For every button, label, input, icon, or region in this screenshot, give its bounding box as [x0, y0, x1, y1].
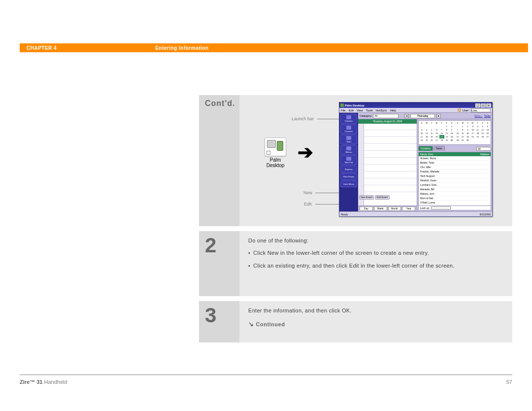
step-3-content: Enter the information, and then click OK…: [239, 301, 512, 342]
list-item[interactable]: Matney, Jorn: [419, 192, 491, 196]
view-day[interactable]: Day: [360, 206, 373, 211]
header-bar: CHAPTER 4 Entering Information: [20, 43, 528, 52]
shortcut-label: Palm Desktop: [260, 157, 291, 168]
contact-list[interactable]: Alvarez, Mona Barker, Todd Chu, Alfie Fr…: [419, 156, 491, 206]
menu-help[interactable]: Help: [390, 109, 396, 112]
minimize-button[interactable]: _: [475, 103, 480, 107]
status-bar: Ready 8/21/2003: [339, 211, 492, 216]
view-week[interactable]: Week: [374, 206, 387, 211]
desktop-shortcut-icon: [265, 137, 286, 156]
contact-header-addr: Address: [480, 153, 489, 156]
menu-view[interactable]: View: [357, 109, 363, 112]
status-date: 8/21/2003: [480, 213, 491, 216]
launch-calendar[interactable]: Calendar: [340, 114, 357, 124]
launch-contacts[interactable]: Contacts: [340, 124, 357, 134]
list-item[interactable]: O'Neill, Lorna: [419, 201, 491, 205]
page-number: 57: [506, 379, 512, 385]
titlebar: Palm Desktop _ □ ×: [339, 103, 492, 108]
step-3-lead: Enter the information, and then click OK…: [248, 307, 503, 314]
user-label: User:: [463, 109, 469, 112]
list-item[interactable]: Tech Support: [419, 174, 491, 178]
list-item[interactable]: Barker, Todd: [419, 161, 491, 165]
view-year[interactable]: Year: [402, 206, 415, 211]
menu-tools[interactable]: Tools: [366, 109, 373, 112]
menubar: File Edit View Tools HotSync Help User: …: [339, 108, 492, 113]
mini-calendar[interactable]: SMTWTFS 12 3456789 10111213141516 171819…: [418, 120, 491, 145]
callout-launch-bar: Launch bar: [292, 116, 314, 121]
view-tabs-bar: Day Week Month Year: [358, 206, 417, 211]
launch-notepad[interactable]: Note Pad: [340, 155, 357, 165]
list-item[interactable]: Mom & Dad: [419, 196, 491, 201]
step-number-2: 2: [205, 235, 216, 256]
contact-panel: Name, First Address Alvarez, Mona Barker…: [418, 152, 491, 210]
step-2-bullet-2: Click an existing entry, and then click …: [253, 262, 454, 270]
continued-arrow-icon: ↘: [248, 320, 254, 328]
view-month[interactable]: Month: [388, 206, 401, 211]
menu-file[interactable]: File: [341, 109, 346, 112]
next-day-button[interactable]: ▸: [436, 114, 441, 118]
list-item[interactable]: Manaole, Bill: [419, 187, 491, 192]
contact-filter-dropdown[interactable]: All: [476, 147, 491, 151]
edit-event-button[interactable]: Edit Event: [375, 195, 390, 200]
launch-bar: Calendar Contacts Tasks Memos Note Pad E…: [339, 113, 358, 211]
callout-new: New: [303, 190, 312, 195]
app-icon: [340, 103, 344, 107]
product-name-rest: Handheld: [42, 379, 67, 385]
lookup-label: Look up:: [420, 206, 430, 209]
step-2-bullet-1: Click New in the lower-left corner of th…: [253, 249, 429, 257]
product-name-bold: Zire™ 31: [20, 379, 42, 385]
user-dropdown[interactable]: Lisa: [471, 108, 491, 112]
step-contd-box: Cont'd.: [199, 95, 239, 226]
launch-memos[interactable]: Memos: [340, 145, 357, 155]
user-avatar-icon: [458, 108, 461, 112]
day-view: Thursday, August 21, 2004: [358, 119, 417, 211]
step-number-3: 3: [205, 305, 216, 326]
arrow-right-icon: ➔: [298, 141, 313, 163]
close-button[interactable]: ×: [486, 103, 491, 107]
category-dropdown[interactable]: All: [373, 114, 399, 118]
launch-photos[interactable]: Palm Photos: [340, 173, 357, 180]
callout-edit: Edit: [304, 202, 312, 206]
goto-link[interactable]: Go to...: [474, 114, 482, 117]
list-item[interactable]: Heinlich, Kevin: [419, 178, 491, 183]
maximize-button[interactable]: □: [481, 103, 486, 107]
step-2-content: Do one of the following: •Click New in t…: [239, 231, 512, 296]
new-event-button[interactable]: New Event: [359, 195, 374, 200]
day-header: Thursday, August 21, 2004: [358, 119, 417, 124]
continued-label: Continued: [256, 321, 285, 327]
list-item[interactable]: Chu, Alfie: [419, 165, 491, 170]
menu-hotsync[interactable]: HotSync: [376, 109, 387, 112]
step-2-lead: Do one of the following:: [248, 237, 503, 244]
palm-desktop-shortcut[interactable]: Palm Desktop: [260, 137, 291, 168]
tab-contacts[interactable]: Contacts: [418, 146, 433, 151]
today-link[interactable]: Today: [484, 114, 491, 117]
palm-desktop-window: Palm Desktop _ □ × File Edit View Tools …: [339, 102, 493, 217]
section-title: Entering Information: [155, 45, 208, 51]
step-2-box: 2: [199, 231, 239, 296]
category-label: Category: [360, 114, 371, 117]
list-item[interactable]: Lombard, Gina: [419, 183, 491, 187]
tab-tasks[interactable]: Tasks: [433, 146, 445, 151]
chapter-label: CHAPTER 4: [27, 45, 57, 51]
step-3-box: 3: [199, 301, 239, 342]
category-row: Category All ◂ Thursday ▸ Go to... Today: [358, 113, 492, 119]
window-title: Palm Desktop: [345, 104, 365, 107]
contact-header-name: Name, First: [420, 153, 433, 156]
status-text: Ready: [341, 213, 348, 216]
day-grid[interactable]: [358, 124, 417, 206]
prev-day-button[interactable]: ◂: [404, 114, 409, 118]
list-item[interactable]: Franklin, Michelle: [419, 170, 491, 174]
launch-expense[interactable]: Expense: [340, 166, 357, 172]
footer: Zire™ 31 Handheld 57: [20, 375, 512, 385]
lookup-input[interactable]: [431, 206, 451, 209]
menu-edit[interactable]: Edit: [349, 109, 354, 112]
contd-label: Cont'd.: [205, 99, 235, 108]
day-name: Thursday: [410, 114, 435, 118]
launch-voicememo[interactable]: Voice Memo: [340, 180, 357, 187]
launch-tasks[interactable]: Tasks: [340, 135, 357, 144]
list-item[interactable]: Alvarez, Mona: [419, 156, 491, 161]
